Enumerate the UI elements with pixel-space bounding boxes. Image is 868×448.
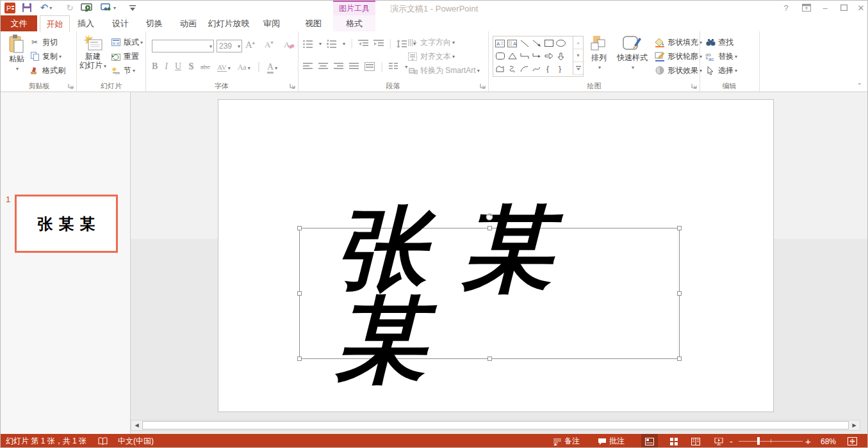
resize-handle-s[interactable]: [487, 356, 492, 361]
fit-window-icon[interactable]: [848, 434, 857, 448]
slide-counter[interactable]: 幻灯片 第 1 张，共 1 张: [6, 434, 86, 448]
align-right-button[interactable]: [334, 63, 343, 70]
shrink-font-button[interactable]: A▾: [265, 40, 273, 50]
ribbon-display-options-icon[interactable]: [798, 1, 815, 15]
underline-button[interactable]: U: [175, 61, 181, 72]
save-icon[interactable]: [20, 2, 33, 13]
tab-insert[interactable]: 插入: [72, 15, 100, 31]
paste-button[interactable]: 粘贴 ▾: [6, 33, 28, 72]
distribute-button[interactable]: [364, 62, 375, 71]
font-size-combo[interactable]: 239▾: [217, 40, 242, 52]
oval-shape-icon[interactable]: [555, 37, 567, 49]
tab-design[interactable]: 设计: [106, 15, 135, 31]
arrow-shape-icon[interactable]: [530, 37, 543, 49]
align-center-button[interactable]: [318, 63, 328, 70]
triangle-shape-icon[interactable]: [506, 50, 518, 62]
change-case-button[interactable]: Aa▾: [238, 61, 250, 72]
tab-animations[interactable]: 动画: [174, 15, 202, 31]
zoom-level[interactable]: 68%: [821, 434, 836, 448]
cut-button[interactable]: ✂剪切: [29, 35, 65, 49]
redo-icon[interactable]: ↻: [63, 2, 76, 13]
collapse-ribbon-icon[interactable]: ⌃: [857, 82, 862, 89]
resize-handle-se[interactable]: [677, 356, 682, 361]
reset-button[interactable]: 重置: [110, 49, 143, 63]
powerpoint-logo-icon[interactable]: P: [3, 2, 16, 13]
line-spacing-button[interactable]: [397, 40, 407, 48]
font-name-combo[interactable]: ▾: [152, 40, 214, 52]
scroll-right-icon[interactable]: ▶: [849, 420, 860, 430]
selected-picture[interactable]: 张某某: [299, 228, 680, 359]
rotation-handle[interactable]: [485, 212, 495, 222]
italic-button[interactable]: I: [165, 61, 168, 72]
maximize-icon[interactable]: [835, 1, 852, 15]
find-button[interactable]: 查找: [705, 35, 737, 49]
resize-handle-n[interactable]: [487, 226, 492, 230]
character-spacing-button[interactable]: AV▾: [217, 61, 231, 72]
bullets-button[interactable]: [303, 40, 313, 48]
freeform-shape-icon[interactable]: [494, 63, 506, 75]
increase-indent-button[interactable]: [373, 40, 384, 47]
zoom-slider-handle[interactable]: [757, 437, 760, 445]
minimize-icon[interactable]: –: [817, 1, 833, 15]
shapes-more-icon[interactable]: [573, 62, 583, 75]
rectangle-shape-icon[interactable]: [543, 37, 555, 49]
shapes-scroll-down-icon[interactable]: ▼: [573, 49, 583, 62]
slide-sorter-icon[interactable]: [666, 434, 682, 448]
horizontal-scrollbar[interactable]: ◀ ▶: [131, 420, 860, 431]
resize-handle-nw[interactable]: [297, 226, 302, 230]
tab-view[interactable]: 视图: [298, 15, 329, 31]
left-brace-shape-icon[interactable]: {: [543, 63, 555, 75]
shape-fill-button[interactable]: 形状填充▾: [654, 35, 702, 49]
shapes-scroll-up-icon[interactable]: ▲: [573, 36, 583, 49]
tab-file[interactable]: 文件: [1, 15, 37, 31]
slideshow-view-icon[interactable]: [710, 434, 727, 448]
rounded-rectangle-shape-icon[interactable]: [494, 50, 506, 62]
scrollbar-thumb[interactable]: [142, 421, 849, 429]
columns-button[interactable]: [389, 63, 398, 70]
close-icon[interactable]: ✕: [854, 1, 868, 15]
clear-formatting-button[interactable]: A: [284, 39, 295, 50]
select-button[interactable]: 选择▾: [705, 63, 737, 77]
resize-handle-e[interactable]: [677, 291, 682, 296]
down-arrow-shape-icon[interactable]: [555, 50, 567, 62]
section-button[interactable]: 节▾: [110, 63, 143, 77]
paragraph-dialog-launcher[interactable]: [480, 83, 486, 90]
resize-handle-sw[interactable]: [297, 356, 302, 361]
font-dialog-launcher[interactable]: [290, 83, 296, 90]
decrease-indent-button[interactable]: [358, 40, 368, 47]
comments-button[interactable]: 批注: [598, 434, 625, 448]
notes-button[interactable]: 备注: [553, 434, 580, 448]
textbox-shape-icon[interactable]: A: [494, 37, 506, 49]
quick-styles-button[interactable]: 快速样式 ▾: [614, 33, 650, 71]
tab-home[interactable]: 开始: [40, 15, 70, 32]
undo-button[interactable]: ↶▾: [37, 2, 55, 13]
strikethrough-button[interactable]: abc: [201, 63, 210, 70]
proofing-icon[interactable]: [98, 434, 108, 448]
drawing-dialog-launcher[interactable]: [691, 83, 698, 90]
customize-qat-icon[interactable]: [126, 2, 139, 13]
language-indicator[interactable]: 中文(中国): [118, 434, 154, 448]
text-direction-button[interactable]: A文字方向▾: [407, 35, 480, 49]
clipboard-dialog-launcher[interactable]: [68, 83, 74, 90]
zoom-out-button[interactable]: -: [730, 434, 733, 448]
align-text-button[interactable]: 对齐文本▾: [407, 49, 480, 63]
font-color-button[interactable]: A▾: [267, 61, 277, 72]
resize-handle-w[interactable]: [297, 291, 302, 296]
convert-smartart-button[interactable]: 转换为 SmartArt▾: [407, 63, 480, 77]
copy-button[interactable]: 复制▾: [29, 49, 65, 63]
layout-button[interactable]: 版式▾: [110, 35, 143, 49]
elbow-arrow-connector-shape-icon[interactable]: [530, 50, 543, 62]
vertical-textbox-shape-icon[interactable]: A: [506, 37, 518, 49]
justify-button[interactable]: [349, 63, 359, 70]
grow-font-button[interactable]: A▴: [245, 40, 255, 51]
help-icon[interactable]: ?: [779, 1, 793, 15]
tab-transitions[interactable]: 切换: [140, 15, 168, 31]
shape-outline-button[interactable]: 形状轮廓▾: [654, 49, 702, 63]
elbow-connector-shape-icon[interactable]: [518, 50, 530, 62]
curve-shape-icon[interactable]: [530, 63, 543, 75]
tab-format[interactable]: 格式: [333, 15, 375, 31]
tab-review[interactable]: 审阅: [256, 15, 287, 31]
shape-effects-button[interactable]: 形状效果▾: [654, 63, 702, 77]
new-slide-button[interactable]: 新建 幻灯片▾: [79, 33, 106, 71]
reading-view-icon[interactable]: [687, 434, 704, 448]
